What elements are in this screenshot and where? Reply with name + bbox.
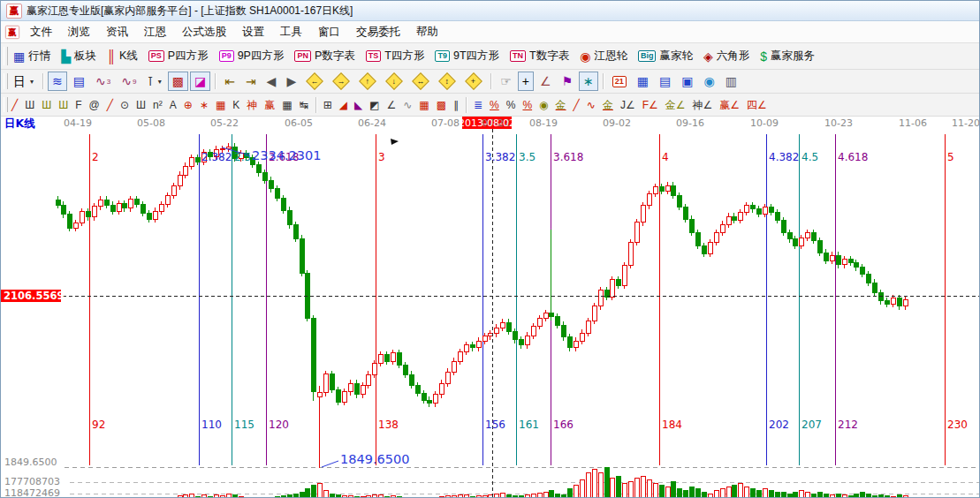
gann-grid-button[interactable]: ▩ (168, 72, 188, 91)
expand-horizontal-button[interactable]: ↔ (408, 72, 433, 91)
calculator-button[interactable]: ▦ (633, 72, 653, 91)
clock-cycle-tool[interactable]: ⊙ (118, 96, 132, 114)
hand-tool-button[interactable]: ☞ (496, 72, 516, 91)
star-wheel-tool[interactable]: ∗ (197, 96, 211, 114)
p-number-table-button[interactable]: PNP数字表 (290, 47, 359, 66)
menu-item-设置[interactable]: 设置 (234, 22, 272, 42)
menu-item-江恩[interactable]: 江恩 (136, 22, 174, 42)
percent-strike-tool[interactable]: % (487, 96, 502, 114)
n-square-tool[interactable]: n² (150, 96, 165, 114)
shift-right-button[interactable]: → (329, 72, 353, 91)
grid-red2-tool[interactable]: ▩ (434, 96, 449, 114)
j-angle-tool[interactable]: J∠ (618, 96, 638, 114)
gann-flag-tool-button[interactable]: ⚑ (557, 72, 577, 91)
si-angle-tool[interactable]: 四∠ (744, 96, 770, 114)
shen-tool[interactable]: 神 (244, 96, 260, 114)
shift-left-button[interactable]: ← (302, 72, 327, 91)
t-square-button[interactable]: TST四方形 (361, 47, 429, 66)
wave-check-tool[interactable]: ∿ (400, 96, 414, 114)
fan-purple-tool[interactable]: ◣ (352, 96, 365, 114)
wave-3-button[interactable]: ∿3 (91, 72, 115, 91)
menu-item-文件[interactable]: 文件 (22, 22, 60, 42)
menu-item-工具[interactable]: 工具 (272, 22, 310, 42)
hexagon-button[interactable]: ◈六角形 (699, 47, 754, 66)
a-line-tool[interactable]: A (167, 96, 179, 114)
brush3-tool[interactable]: ╱ (571, 96, 582, 114)
f-angle-tool[interactable]: F∠ (640, 96, 661, 114)
gold-angle-tool[interactable]: 金∠ (663, 96, 688, 114)
winner-wheel-button[interactable]: Big赢家轮 (634, 47, 697, 66)
sector-blocks-button[interactable]: ▙板块 (57, 47, 101, 66)
menu-item-交易委托[interactable]: 交易委托 (348, 22, 408, 42)
print-button[interactable]: ▥ (721, 72, 741, 91)
shen-angle-tool[interactable]: 神∠ (690, 96, 716, 114)
k-quote-tool[interactable]: K (230, 96, 242, 114)
parallel-lines-tool[interactable]: ∥ (451, 96, 461, 114)
kline-button[interactable]: ║K线 (103, 47, 142, 66)
ying-tool[interactable]: 赢 (262, 96, 277, 114)
next-bar-button[interactable]: ▶ (282, 72, 300, 91)
comb-tool[interactable]: Ш (22, 96, 37, 114)
menu-item-帮助[interactable]: 帮助 (408, 22, 446, 42)
wave-9-button[interactable]: ∿9 (117, 72, 141, 91)
period-day-dropdown[interactable]: 日▾ (9, 72, 38, 91)
last-page-button[interactable]: ⇥ (241, 72, 261, 91)
brush2-tool[interactable]: ╱ (104, 96, 116, 114)
gold-underline2-tool[interactable]: 金 (600, 96, 616, 114)
smart-analysis-button[interactable]: ∗ (579, 72, 598, 91)
angle-rays-tool[interactable]: ∠ (384, 96, 399, 114)
wave-box-tool[interactable]: ∿ (584, 96, 598, 114)
expand-vertical-button[interactable]: ↕ (435, 72, 460, 91)
percent-tool[interactable]: % (504, 96, 519, 114)
first-page-button[interactable]: ⇤ (220, 72, 239, 91)
angle-tool-button[interactable]: ∠ (536, 72, 556, 91)
menu-item-公式选股[interactable]: 公式选股 (174, 22, 234, 42)
fan-grid-tool[interactable]: ◩ (367, 96, 382, 114)
menu-item-浏览[interactable]: 浏览 (60, 22, 98, 42)
gold-comb-tool[interactable]: Ш (39, 96, 54, 114)
prev-bar-button[interactable]: ◀ (262, 72, 281, 91)
crosshair-tool-button[interactable]: + (518, 72, 534, 91)
f-comb-tool[interactable]: F (72, 96, 84, 114)
span-measure-tool[interactable]: ↹ (297, 96, 311, 114)
ying-angle-tool[interactable]: 赢∠ (717, 96, 742, 114)
gann-brush-tool[interactable]: ╱ (9, 96, 20, 114)
p9-square-button[interactable]: P99P四方形 (215, 47, 289, 66)
menu-item-窗口[interactable]: 窗口 (310, 22, 348, 42)
volume-profile-button[interactable]: ◪ (190, 72, 210, 91)
comb2-tool[interactable]: Ш (133, 96, 148, 114)
zoom-out-button[interactable]: ↓ (382, 72, 406, 91)
gold-circle-tool[interactable]: ◉ (536, 96, 551, 114)
candle-style-dropdown[interactable]: ⊺▾ (142, 72, 165, 91)
p-number-table-button-icon: PN (294, 50, 311, 62)
grid-wheel-tool[interactable]: ▦ (213, 96, 228, 114)
compress-kline-button[interactable]: ≋ (48, 72, 67, 91)
center-view-button[interactable]: + (461, 72, 486, 91)
quote-grid-button[interactable]: ▦行情 (9, 47, 55, 66)
calendar-button[interactable]: 21 (608, 72, 631, 91)
gold-comb2-tool[interactable]: Ш (56, 96, 71, 114)
percent-lines-tool[interactable]: % (520, 96, 535, 114)
zoom-in-button[interactable]: ↑ (355, 72, 380, 91)
ledger-bars-tool[interactable]: ≣ (471, 96, 485, 114)
p-square-button[interactable]: PSP四方形 (144, 47, 213, 66)
count-grid-tool[interactable]: ▦ (279, 96, 294, 114)
winner-service-button[interactable]: $赢家服务 (756, 47, 819, 66)
fan-red-tool[interactable]: ◢ (337, 96, 350, 114)
quote-grid-button-icon: ▦ (13, 50, 25, 63)
t9-square-button[interactable]: T99T四方形 (430, 47, 504, 66)
gold-underline-tool[interactable]: 金 (553, 96, 569, 114)
box-grid-tool[interactable]: ⊞ (321, 96, 335, 114)
menu-item-资讯[interactable]: 资讯 (98, 22, 136, 42)
t-number-table-button[interactable]: TNT数字表 (505, 47, 574, 66)
save-button[interactable]: ▣ (677, 72, 697, 91)
spiral-tool[interactable]: @ (87, 96, 103, 114)
candlestick-chart[interactable]: 2922.3821102.51152.61812031383.3821563.5… (1, 117, 980, 498)
stock-info-button[interactable]: ▤ (69, 72, 89, 91)
gann-wheel-button[interactable]: ◉江恩轮 (575, 47, 632, 66)
report-button[interactable]: ▤ (655, 72, 675, 91)
circle-cross-tool[interactable]: ⊕ (181, 96, 195, 114)
price-annotation: 1849.6500 (340, 452, 409, 466)
web-button[interactable]: ◉ (700, 72, 719, 91)
grid-red-tool[interactable]: ▦ (416, 96, 431, 114)
